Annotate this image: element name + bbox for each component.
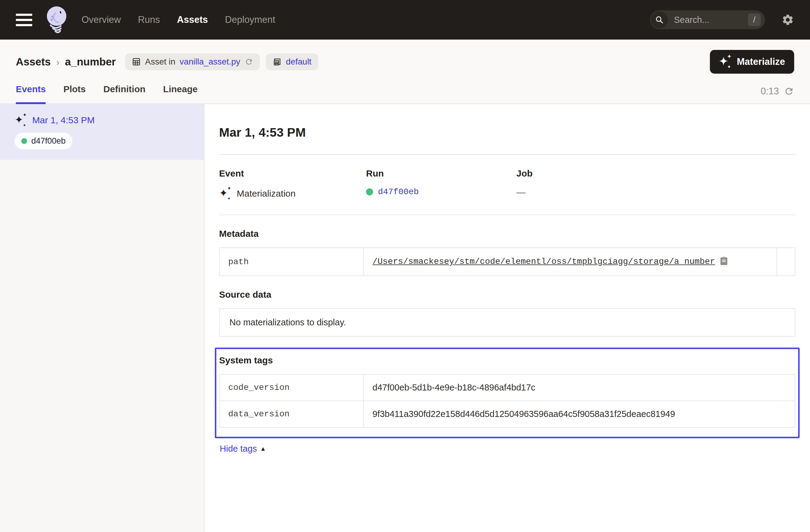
hide-tags-label: Hide tags	[220, 444, 257, 454]
metadata-key: path	[220, 248, 363, 276]
tab-lineage[interactable]: Lineage	[163, 84, 197, 104]
event-label: Event	[219, 168, 366, 179]
divider	[219, 154, 795, 155]
system-tags-title: System tags	[219, 355, 795, 366]
event-timestamp-link[interactable]: Mar 1, 4:53 PM	[32, 115, 95, 125]
table-row: code_version d47f00eb-5d1b-4e9e-b18c-489…	[220, 374, 795, 401]
run-id-chip[interactable]: d47f00eb	[15, 133, 72, 149]
refresh-timer: 0:13	[761, 86, 779, 97]
tag-value: 9f3b411a390fd22e158d446d5d12504963596aa6…	[363, 401, 795, 427]
job-value: —	[516, 187, 795, 197]
table-row: path /Users/smackesey/stm/code/elementl/…	[220, 248, 795, 276]
tab-plots[interactable]: Plots	[63, 84, 85, 104]
asset-definition-chip[interactable]: Asset in vanilla_asset.py	[125, 53, 260, 70]
breadcrumb: Assets › a_number	[16, 56, 116, 68]
event-detail-panel: Mar 1, 4:53 PM Event ✦✦✦ Materialization…	[205, 104, 810, 532]
table-row: data_version 9f3b411a390fd22e158d446d5d1…	[220, 401, 795, 427]
search-icon	[651, 11, 668, 28]
run-status-dot	[21, 138, 27, 144]
metadata-table: path /Users/smackesey/stm/code/elementl/…	[219, 247, 795, 276]
system-tags-section-highlighted: System tags code_version d47f00eb-5d1b-4…	[215, 348, 800, 438]
dagster-logo[interactable]	[45, 5, 69, 34]
nav-runs[interactable]: Runs	[138, 14, 160, 25]
tag-value: d47f00eb-5d1b-4e9e-b18c-4896af4bd17c	[363, 374, 795, 401]
copy-icon[interactable]	[719, 257, 728, 267]
nav-deployment[interactable]: Deployment	[225, 14, 275, 25]
grid-icon	[132, 57, 141, 66]
primary-nav: Overview Runs Assets Deployment	[82, 14, 275, 25]
run-status-dot	[366, 188, 373, 195]
asset-group-chip[interactable]: default	[266, 53, 318, 70]
job-label: Job	[516, 168, 795, 179]
metadata-path-link[interactable]: /Users/smackesey/stm/code/elementl/oss/t…	[372, 257, 715, 266]
asset-chip-prefix: Asset in	[145, 57, 176, 67]
source-data-empty-state: No materializations to display.	[219, 308, 795, 337]
breadcrumb-assets[interactable]: Assets	[16, 56, 51, 68]
materialization-icon: ✦✦✦	[219, 187, 232, 200]
search-placeholder: Search...	[674, 15, 709, 25]
event-summary: Event ✦✦✦ Materialization Run d47f00eb J…	[219, 168, 795, 200]
tab-bar: Events Plots Definition Lineage 0:13	[0, 74, 810, 104]
asset-group-icon	[273, 57, 282, 66]
breadcrumb-separator: ›	[56, 57, 60, 68]
hide-tags-link[interactable]: Hide tags ▲	[219, 444, 266, 454]
nav-overview[interactable]: Overview	[82, 14, 121, 25]
sparkle-icon: ✦✦✦	[719, 55, 732, 68]
top-nav: Overview Runs Assets Deployment Search..…	[0, 0, 810, 39]
event-type-value: Materialization	[237, 188, 295, 199]
run-id-link[interactable]: d47f00eb	[378, 187, 419, 197]
refresh-icon[interactable]	[784, 86, 794, 96]
system-tags-table: code_version d47f00eb-5d1b-4e9e-b18c-489…	[219, 374, 795, 428]
source-data-title: Source data	[219, 289, 795, 300]
group-link[interactable]: default	[286, 57, 312, 67]
materialize-button[interactable]: ✦✦✦ Materialize	[710, 50, 794, 74]
asset-file-link[interactable]: vanilla_asset.py	[179, 57, 240, 67]
event-list-sidebar: ✦✦✦ Mar 1, 4:53 PM d47f00eb	[0, 104, 205, 532]
reload-icon[interactable]	[245, 58, 253, 66]
search-input[interactable]: Search... /	[650, 10, 765, 29]
tag-key: data_version	[220, 401, 363, 427]
metadata-extra-cell	[777, 248, 795, 276]
materialization-icon: ✦✦✦	[15, 114, 27, 127]
tab-definition[interactable]: Definition	[103, 84, 145, 104]
event-list-item-selected[interactable]: ✦✦✦ Mar 1, 4:53 PM d47f00eb	[0, 104, 204, 160]
run-label: Run	[366, 168, 516, 179]
event-heading: Mar 1, 4:53 PM	[219, 125, 795, 140]
run-id-chip-label: d47f00eb	[31, 136, 66, 146]
page-header: Assets › a_number Asset in vanilla_asset…	[0, 39, 810, 74]
search-shortcut-key: /	[748, 13, 761, 26]
menu-icon[interactable]	[16, 14, 32, 26]
metadata-title: Metadata	[219, 229, 795, 239]
tag-key: code_version	[220, 374, 363, 401]
divider	[219, 214, 795, 215]
page-title: a_number	[65, 56, 116, 68]
materialize-button-label: Materialize	[737, 56, 785, 67]
caret-up-icon: ▲	[260, 445, 266, 452]
gear-icon[interactable]	[781, 13, 794, 26]
nav-assets[interactable]: Assets	[177, 14, 208, 25]
tab-events[interactable]: Events	[16, 84, 46, 104]
